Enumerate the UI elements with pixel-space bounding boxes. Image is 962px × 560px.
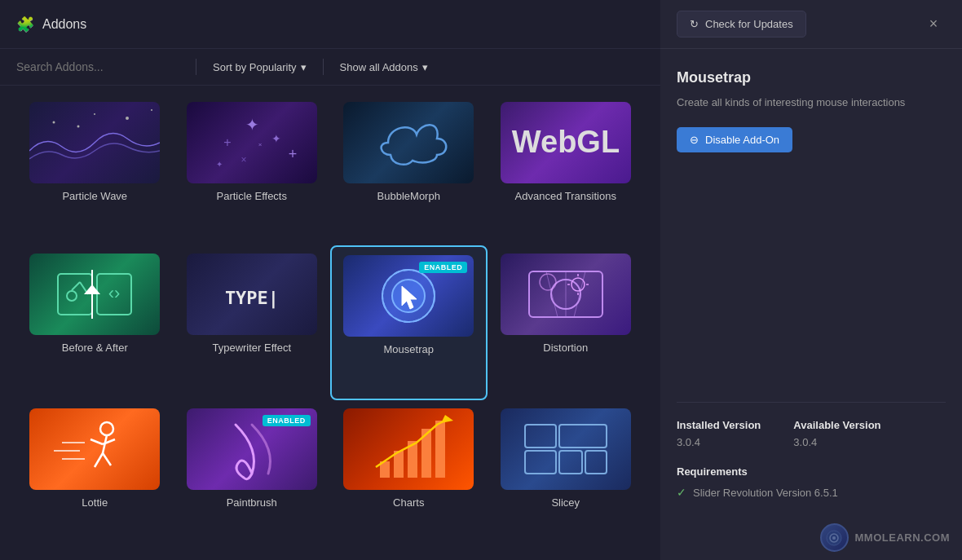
svg-rect-54: [559, 425, 607, 448]
addon-item-advanced-transitions[interactable]: WebGL Advanced Transitions: [488, 94, 645, 245]
check-icon: ✓: [677, 486, 686, 499]
show-all-addons-button[interactable]: Show all Addons ▾: [340, 61, 428, 73]
addon-item-particle-effects[interactable]: ✦ + ✦ × + ✦ × Particle Effects: [174, 94, 331, 245]
addon-label-particle-wave: Particle Wave: [62, 190, 127, 202]
watermark-logo: [820, 523, 849, 552]
svg-point-16: [67, 291, 77, 301]
addon-label-distortion: Distortion: [543, 342, 588, 354]
available-version-col: Available Version 3.0.4: [793, 419, 880, 449]
header-title: Addons: [42, 17, 86, 32]
chevron-down-icon: ▾: [422, 61, 428, 73]
addon-thumb-particle-wave: [29, 102, 160, 183]
addon-label-slicey: Slicey: [551, 496, 580, 509]
addon-item-particle-wave[interactable]: Particle Wave: [16, 94, 174, 245]
svg-text:+: +: [223, 135, 231, 149]
svg-point-0: [53, 121, 55, 124]
version-section: Installed Version 3.0.4 Available Versio…: [660, 403, 962, 515]
addon-thumb-mousetrap: ENABLED: [343, 255, 474, 337]
addon-thumb-bubblemorph: [343, 102, 474, 183]
enabled-badge-mousetrap: ENABLED: [419, 262, 467, 273]
separator-2: [323, 59, 324, 75]
sort-by-popularity-button[interactable]: Sort by Popularity ▾: [213, 61, 307, 73]
addon-item-paintbrush[interactable]: ENABLED Paintbrush: [174, 400, 331, 552]
addons-grid: Particle Wave ✦ + ✦ × + ✦ × Particle Eff…: [0, 86, 660, 560]
installed-version-label: Installed Version: [677, 419, 761, 431]
svg-text:✦: ✦: [271, 132, 281, 145]
svg-point-1: [94, 113, 95, 115]
addon-item-bubblemorph[interactable]: BubbleMorph: [330, 94, 488, 245]
available-version-value: 3.0.4: [793, 436, 817, 448]
addon-label-advanced-transitions: Advanced Transitions: [515, 190, 616, 202]
search-input[interactable]: [16, 60, 179, 73]
svg-point-59: [832, 536, 836, 540]
addon-label-before-after: Before & After: [62, 342, 128, 354]
svg-rect-52: [525, 425, 556, 448]
addon-label-bubblemorph: BubbleMorph: [377, 190, 440, 202]
available-version-label: Available Version: [793, 419, 880, 431]
installed-version-value: 3.0.4: [677, 436, 700, 448]
addon-thumb-lottie: [29, 408, 160, 490]
check-updates-button[interactable]: ↻ Check for Updates: [677, 11, 806, 37]
addon-label-typewriter-effect: Typewriter Effect: [212, 342, 291, 354]
left-panel: 🧩 Addons Sort by Popularity ▾ Show all A…: [0, 0, 660, 560]
svg-text:+: +: [288, 146, 297, 162]
installed-version-col: Installed Version 3.0.4: [677, 419, 761, 449]
addon-thumb-slicey: [501, 408, 631, 490]
addon-label-paintbrush: Paintbrush: [227, 496, 277, 509]
svg-point-32: [571, 278, 585, 291]
svg-point-3: [151, 109, 152, 111]
refresh-icon: ↻: [690, 18, 699, 30]
addon-detail-name: Mousetrap: [677, 69, 946, 86]
disable-icon: ⊖: [690, 134, 699, 146]
svg-text:TYPE|: TYPE|: [225, 288, 279, 309]
svg-point-37: [100, 422, 113, 435]
addon-item-mousetrap[interactable]: ENABLED Mousetrap: [330, 245, 488, 400]
svg-text:×: ×: [240, 154, 246, 165]
addon-thumb-paintbrush: ENABLED: [187, 408, 317, 490]
addon-item-distortion[interactable]: Distortion: [488, 245, 645, 400]
close-button[interactable]: ×: [921, 12, 946, 37]
version-row: Installed Version 3.0.4 Available Versio…: [677, 419, 946, 449]
addon-item-charts[interactable]: Charts: [330, 400, 488, 552]
addon-detail: Mousetrap Create all kinds of interestin…: [660, 49, 962, 402]
svg-text:✦: ✦: [245, 116, 258, 134]
toolbar: Sort by Popularity ▾ Show all Addons ▾: [0, 49, 660, 86]
disable-addon-button[interactable]: ⊖ Disable Add-On: [677, 127, 792, 152]
svg-rect-56: [585, 451, 607, 474]
addon-label-mousetrap: Mousetrap: [384, 343, 434, 355]
requirements-title: Requirements: [677, 465, 946, 478]
svg-line-41: [95, 453, 103, 467]
header-bar: 🧩 Addons: [0, 0, 660, 49]
addon-thumb-advanced-transitions: WebGL: [501, 102, 631, 183]
chevron-down-icon: ▾: [301, 61, 307, 73]
svg-text:×: ×: [258, 141, 262, 148]
addon-thumb-particle-effects: ✦ + ✦ × + ✦ ×: [187, 102, 317, 183]
svg-line-28: [546, 271, 558, 317]
right-header: ↻ Check for Updates ×: [660, 0, 962, 49]
enabled-badge-paintbrush: ENABLED: [263, 415, 311, 426]
svg-text:‹›: ‹›: [108, 283, 121, 303]
requirement-text: Slider Revolution Version 6.5.1: [693, 487, 838, 499]
svg-text:WebGL: WebGL: [512, 125, 620, 159]
addon-item-slicey[interactable]: Slicey: [488, 400, 645, 552]
addon-thumb-charts: [343, 408, 474, 490]
addon-item-before-after[interactable]: ‹› Before & After: [16, 245, 174, 400]
separator-1: [196, 59, 196, 75]
addon-detail-desc: Create all kinds of interesting mouse in…: [677, 95, 946, 111]
addon-item-lottie[interactable]: Lottie: [16, 400, 174, 552]
svg-point-4: [77, 126, 80, 128]
addon-label-particle-effects: Particle Effects: [217, 190, 287, 202]
addon-thumb-distortion: [501, 254, 631, 335]
svg-line-42: [103, 453, 111, 465]
addon-label-charts: Charts: [393, 496, 424, 509]
svg-rect-55: [559, 451, 582, 474]
requirement-item: ✓ Slider Revolution Version 6.5.1: [677, 486, 946, 499]
watermark: MMOLEARN.COM: [660, 515, 962, 560]
puzzle-icon: 🧩: [16, 15, 34, 33]
addon-thumb-before-after: ‹›: [29, 254, 160, 335]
addon-label-lottie: Lottie: [82, 496, 108, 509]
svg-line-14: [72, 282, 80, 290]
watermark-text: MMOLEARN.COM: [855, 531, 951, 544]
addon-item-typewriter-effect[interactable]: TYPE| Typewriter Effect: [174, 245, 331, 400]
addon-thumb-typewriter: TYPE|: [187, 254, 317, 335]
